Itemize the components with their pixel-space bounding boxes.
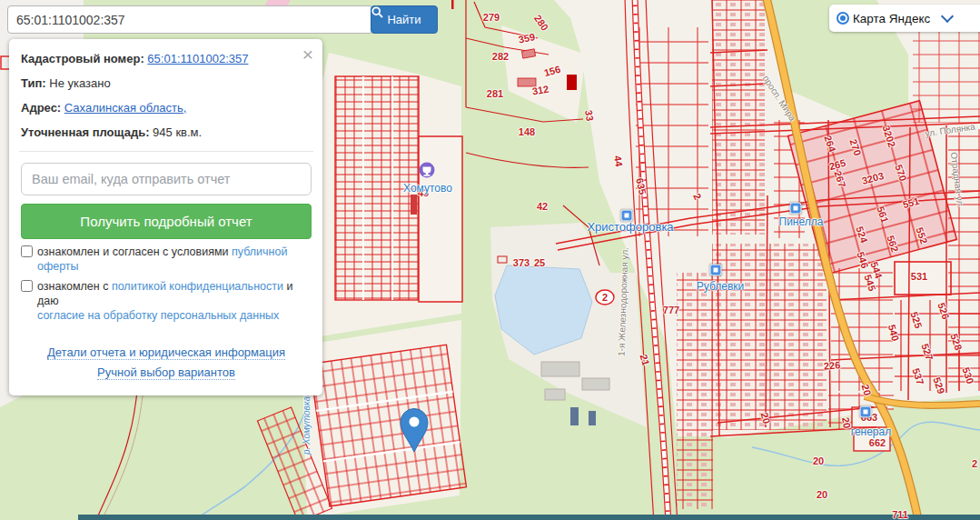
- privacy-consent-text: ознакомлен с политикой конфиденциальност…: [37, 279, 312, 308]
- building-poi-icon: [790, 203, 802, 215]
- cadastral-number-label: Кадастровый номер:: [21, 52, 144, 65]
- building-poi-icon: [621, 210, 633, 222]
- email-field[interactable]: [21, 163, 312, 195]
- area-label: Уточненная площадь:: [21, 125, 149, 139]
- search-button-label: Найти: [387, 13, 421, 26]
- address-link[interactable]: Сахалинская область,: [64, 101, 186, 115]
- panel-divider: [19, 151, 313, 152]
- manual-select-link[interactable]: Ручной выбор вариантов: [97, 365, 235, 380]
- building-poi-icon: [710, 265, 722, 276]
- bottom-map-strip: [78, 515, 980, 520]
- building-poi-icon: [860, 406, 872, 418]
- get-report-button[interactable]: Получить подробный отчет: [21, 204, 312, 239]
- trophy-icon: [420, 163, 435, 178]
- garden-grid-bottom: [310, 345, 467, 506]
- cadastral-number-link[interactable]: 65:01:1101002:357: [147, 52, 248, 65]
- search-button[interactable]: Найти: [371, 5, 438, 34]
- privacy-consent-row: ознакомлен с политикой конфиденциальност…: [21, 279, 312, 308]
- close-icon[interactable]: ×: [302, 45, 313, 64]
- panel-footer-links: Детали отчета и юридическая информация Р…: [21, 343, 312, 383]
- map-viewport[interactable]: 2792803592821563122811483344434263523732…: [0, 0, 980, 520]
- map-layer-selector[interactable]: Карта Яндекс: [829, 5, 980, 32]
- radio-selected-icon[interactable]: [836, 12, 849, 25]
- offer-consent-row: ознакомлен и согласен с условиями публич…: [21, 245, 312, 274]
- search-icon: [371, 6, 383, 18]
- personal-data-link[interactable]: согласие на обработку персональных данны…: [37, 309, 279, 322]
- cadastral-search-input[interactable]: [7, 5, 373, 34]
- layer-selector-label: Карта Яндекс: [853, 12, 930, 25]
- offer-consent-text: ознакомлен и согласен с условиями публич…: [37, 245, 312, 274]
- type-label: Тип:: [21, 76, 46, 90]
- type-row: Тип: Не указано: [21, 75, 312, 91]
- personal-data-line: согласие на обработку персональных данны…: [37, 308, 312, 323]
- parcel-info-panel: × Кадастровый номер: 65:01:1101002:357 Т…: [9, 39, 322, 395]
- type-value: Не указано: [49, 76, 110, 90]
- report-details-link[interactable]: Детали отчета и юридическая информация: [47, 345, 285, 360]
- address-row: Адрес: Сахалинская область,: [21, 100, 312, 115]
- area-row: Уточненная площадь: 945 кв.м.: [21, 125, 312, 140]
- area-value: 945 кв.м.: [153, 125, 202, 139]
- chevron-down-icon[interactable]: [941, 10, 954, 23]
- offer-consent-checkbox[interactable]: [21, 245, 33, 257]
- privacy-policy-link[interactable]: политикой конфиденциальности: [112, 280, 283, 293]
- cadastral-number-row: Кадастровый номер: 65:01:1101002:357: [21, 51, 312, 66]
- privacy-consent-checkbox[interactable]: [21, 280, 33, 292]
- address-label: Адрес:: [21, 101, 61, 115]
